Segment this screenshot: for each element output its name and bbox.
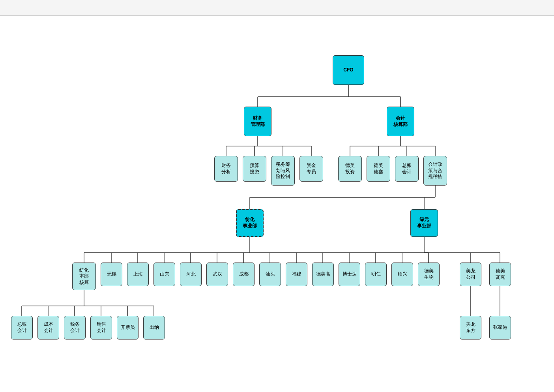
node-ssfhfkz: 税务筹 划与风 险控制: [271, 156, 295, 186]
node-cwglb: 财务 管理部: [244, 107, 271, 136]
node-shaoxing: 绍兴: [391, 263, 413, 286]
node-swhj: 税务 会计: [64, 316, 86, 339]
node-cbhj: 成本 会计: [37, 316, 59, 339]
node-shantou: 汕头: [259, 263, 281, 286]
node-chengdu: 成都: [233, 263, 255, 286]
node-mlgs: 美龙 公司: [460, 263, 481, 286]
node-xshj: 销售 会计: [90, 316, 112, 339]
node-fhsyb: 纺化 事业部: [236, 209, 264, 237]
node-ystz: 预算 投资: [243, 156, 266, 182]
node-cfo: CFO: [333, 55, 364, 85]
node-shandong: 山东: [153, 263, 175, 286]
node-chuna: 出纳: [143, 316, 165, 339]
node-kjzchhgj: 会计政 策与合 规稽核: [423, 156, 447, 186]
node-dmtz: 德美 投资: [338, 156, 362, 182]
node-zjzy: 资金 专员: [299, 156, 323, 182]
node-zhangjiagang: 张家港: [489, 316, 511, 339]
node-dmshw: 德美 生物: [418, 263, 440, 286]
top-bar: [0, 0, 554, 16]
node-wuxi: 无锡: [101, 263, 122, 286]
node-cwfx: 财务 分析: [214, 156, 238, 182]
node-lysyb: 绿元 事业部: [410, 209, 438, 237]
node-mingren: 明仁: [365, 263, 387, 286]
node-zzhj2: 总账 会计: [11, 316, 33, 339]
node-dmdx: 德美 德鑫: [367, 156, 390, 182]
node-wuhan: 武汉: [206, 263, 228, 286]
node-fujian: 福建: [286, 263, 307, 286]
node-shanghai: 上海: [127, 263, 149, 286]
node-mldongfang: 美龙 东方: [460, 316, 481, 339]
node-zzhj: 总账 会计: [395, 156, 419, 182]
org-chart-canvas: CFO财务 管理部会计 核算部财务 分析预算 投资税务筹 划与风 险控制资金 专…: [0, 16, 554, 391]
node-kpyuan: 开票员: [117, 316, 138, 339]
node-bsd: 博士达: [339, 263, 360, 286]
node-dmg: 德美高: [312, 263, 334, 286]
node-kjhsb: 会计 核算部: [387, 107, 414, 136]
node-hebei: 河北: [180, 263, 202, 286]
node-dmwk: 德美 瓦克: [489, 263, 511, 286]
node-fhbbjhsb: 纺化 本部 核算: [72, 263, 96, 290]
